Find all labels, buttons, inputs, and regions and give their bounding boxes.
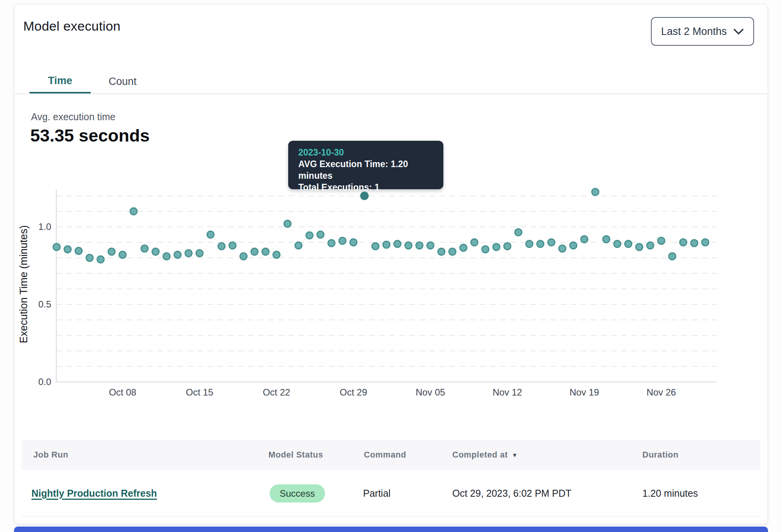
next-section-edge (14, 527, 768, 532)
tab-time[interactable]: Time (29, 70, 91, 93)
data-point[interactable] (317, 231, 324, 238)
data-point[interactable] (152, 248, 159, 255)
data-point[interactable] (185, 250, 192, 257)
x-tick-label: Oct 08 (109, 387, 137, 397)
data-point[interactable] (273, 251, 280, 258)
job-run-cell: Nightly Production Refresh (31, 470, 157, 516)
data-point[interactable] (295, 242, 302, 249)
x-tick-label: Nov 19 (569, 387, 599, 397)
execution-time-scatter-chart: 0.00.51.0Oct 08Oct 15Oct 22Oct 29Nov 05N… (0, 167, 782, 415)
data-point[interactable] (592, 188, 599, 195)
data-point[interactable] (119, 251, 126, 258)
x-tick-label: Nov 26 (647, 387, 676, 397)
col-duration: Duration (642, 440, 678, 470)
data-point[interactable] (658, 237, 665, 244)
data-point[interactable] (647, 242, 654, 249)
metric-label: Avg. execution time (31, 111, 116, 123)
col-command: Command (364, 440, 406, 470)
data-point[interactable] (427, 242, 434, 249)
data-point[interactable] (636, 244, 643, 250)
data-point[interactable] (691, 240, 698, 247)
x-tick-label: Nov 05 (416, 387, 445, 397)
metric-value: 53.35 seconds (30, 126, 150, 146)
data-point[interactable] (702, 239, 709, 246)
tabs-bar: Time Count (14, 70, 768, 94)
data-point[interactable] (64, 246, 71, 253)
x-tick-label: Oct 29 (340, 387, 367, 397)
data-point[interactable] (372, 243, 379, 250)
tooltip-date: 2023-10-30 (298, 147, 433, 158)
data-point[interactable] (328, 240, 335, 247)
table-row: Nightly Production Refresh Success Parti… (22, 470, 760, 516)
data-point[interactable] (339, 237, 346, 244)
duration-cell: 1.20 minutes (642, 470, 698, 516)
data-point[interactable] (482, 246, 489, 253)
data-point[interactable] (460, 244, 467, 251)
data-point[interactable] (504, 243, 511, 250)
data-point[interactable] (229, 242, 236, 249)
data-point[interactable] (284, 220, 291, 227)
y-tick-label: 1.0 (38, 221, 51, 232)
sort-desc-icon: ▼ (512, 452, 517, 458)
x-tick-label: Nov 12 (493, 387, 522, 397)
data-point[interactable] (108, 248, 115, 255)
data-point[interactable] (570, 242, 577, 249)
data-point[interactable] (449, 248, 456, 255)
data-point[interactable] (493, 244, 500, 250)
col-completed-at[interactable]: Completed at ▼ (452, 440, 518, 470)
data-point[interactable] (603, 236, 610, 243)
data-point[interactable] (174, 251, 181, 258)
data-point[interactable] (680, 239, 687, 246)
y-axis-title: Execution Time (minutes) (18, 225, 29, 344)
data-point[interactable] (97, 256, 104, 263)
date-range-label: Last 2 Months (661, 26, 727, 38)
data-point[interactable] (416, 242, 423, 249)
y-tick-label: 0.0 (38, 377, 51, 387)
data-point[interactable] (438, 248, 445, 255)
data-point[interactable] (130, 208, 137, 215)
data-point-highlighted[interactable] (361, 192, 368, 200)
data-point[interactable] (526, 240, 533, 247)
data-point[interactable] (207, 231, 214, 238)
col-job-run: Job Run (33, 440, 68, 470)
data-point[interactable] (471, 239, 478, 246)
data-point[interactable] (383, 241, 390, 248)
data-point[interactable] (163, 253, 170, 260)
x-tick-label: Oct 15 (186, 387, 213, 397)
data-point[interactable] (405, 242, 412, 249)
data-point[interactable] (262, 248, 269, 255)
data-point[interactable] (251, 248, 258, 255)
data-point[interactable] (669, 253, 676, 260)
x-tick-label: Oct 22 (263, 387, 290, 397)
data-point[interactable] (625, 240, 632, 247)
data-point[interactable] (559, 245, 566, 252)
data-point[interactable] (86, 254, 93, 261)
job-run-link[interactable]: Nightly Production Refresh (31, 488, 157, 499)
page: Model execution Last 2 Months Time Count… (0, 0, 782, 532)
col-model-status: Model Status (268, 440, 323, 470)
data-point[interactable] (196, 250, 203, 257)
date-range-dropdown[interactable]: Last 2 Months (651, 17, 754, 46)
data-point[interactable] (218, 243, 225, 250)
data-point[interactable] (581, 236, 588, 243)
completed-at-cell: Oct 29, 2023, 6:02 PM PDT (452, 470, 571, 516)
data-point[interactable] (548, 239, 555, 246)
status-badge: Success (270, 484, 325, 503)
data-point[interactable] (75, 247, 82, 254)
data-point[interactable] (614, 240, 621, 247)
data-point[interactable] (53, 244, 60, 250)
data-point[interactable] (141, 245, 148, 252)
data-point[interactable] (394, 240, 401, 247)
table-header: Job Run Model Status Command Completed a… (22, 440, 760, 470)
chevron-down-icon (733, 28, 744, 35)
command-cell: Partial (363, 470, 391, 516)
data-point[interactable] (515, 229, 522, 236)
page-title: Model execution (23, 19, 121, 34)
y-tick-label: 0.5 (38, 299, 51, 309)
data-point[interactable] (537, 240, 544, 247)
data-point[interactable] (350, 239, 357, 246)
tab-count[interactable]: Count (91, 70, 154, 93)
data-point[interactable] (306, 232, 313, 239)
data-point[interactable] (240, 253, 247, 260)
